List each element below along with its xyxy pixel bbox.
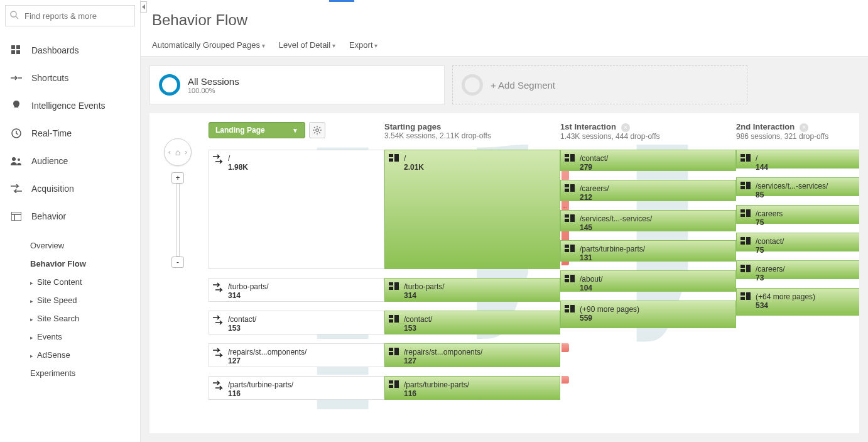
toolbar-level-of-detail[interactable]: Level of Detail <box>279 40 335 50</box>
chevron-down-icon: ▼ <box>292 127 298 134</box>
flow-node[interactable]: /about/104 <box>560 270 736 292</box>
flow-node[interactable]: /2.01K↓ <box>384 150 560 269</box>
search-input[interactable] <box>5 5 135 26</box>
toolbar-grouped-pages[interactable]: Automatically Grouped Pages <box>152 40 265 50</box>
flow-node[interactable]: /contact/279 <box>560 150 736 171</box>
flow-node[interactable]: /parts/turbine-parts/131 <box>560 240 736 262</box>
subnav-item-site-speed[interactable]: Site Speed <box>30 291 140 309</box>
zoom-out-button[interactable]: - <box>171 257 184 268</box>
flow-node[interactable]: /services/t...-services/145 <box>560 210 736 231</box>
subnav-item-overview[interactable]: Overview <box>30 236 140 255</box>
svg-rect-21 <box>389 154 393 157</box>
subnav-item-adsense[interactable]: AdSense <box>30 346 140 364</box>
svg-rect-47 <box>570 245 575 252</box>
flow-columns: Landing Page▼/1.98K/turbo-parts/314/cont… <box>149 119 859 433</box>
nav-intelligence[interactable]: Intelligence Events <box>0 92 140 119</box>
nav-audience[interactable]: Audience <box>0 147 140 175</box>
flow-controls: ⌂ + - <box>162 138 193 268</box>
flow-node[interactable]: /1.98K <box>209 150 384 269</box>
segment-all-sessions[interactable]: All Sessions 100.00% <box>149 65 445 104</box>
node-value: 1.98K <box>228 163 379 172</box>
shortcut-icon <box>9 72 24 84</box>
toolbar-export[interactable]: Export <box>349 40 377 50</box>
arrows-icon <box>9 182 24 195</box>
flow-node[interactable]: /parts/turbine-parts/116 <box>209 376 384 400</box>
main-header: Behavior Flow Automatically Grouped Page… <box>141 0 868 57</box>
subnav-item-site-content[interactable]: Site Content <box>30 273 140 291</box>
svg-rect-46 <box>565 249 569 252</box>
entry-arrow-icon <box>213 282 224 292</box>
flow-node[interactable]: /parts/turbine-parts/116 <box>384 376 560 400</box>
page-grid-icon <box>741 292 752 302</box>
svg-rect-62 <box>746 209 751 217</box>
svg-rect-68 <box>746 265 751 272</box>
flow-node[interactable]: (+90 more pages)559 <box>560 301 736 328</box>
flow-node[interactable]: /contact/153 <box>384 311 560 334</box>
subnav-item-behavior-flow[interactable]: Behavior Flow <box>30 255 140 273</box>
svg-rect-27 <box>389 315 393 318</box>
flow-node[interactable]: /repairs/st...omponents/127 <box>209 343 384 367</box>
segment-title: All Sessions <box>188 76 239 87</box>
zoom-in-button[interactable]: + <box>171 172 184 184</box>
node-path: /services/t...-services/ <box>580 214 730 223</box>
page-grid-icon <box>565 275 576 285</box>
svg-rect-36 <box>565 154 569 157</box>
node-value: 116 <box>228 389 379 398</box>
node-path: /repairs/st...omponents/ <box>228 348 379 356</box>
nav-acquisition[interactable]: Acquisition <box>0 175 140 202</box>
page-grid-icon <box>565 184 576 194</box>
flow-node[interactable]: /turbo-parts/314 <box>384 278 560 302</box>
nav-shortcuts[interactable]: Shortcuts <box>0 64 140 92</box>
svg-rect-61 <box>741 214 745 217</box>
node-value: 73 <box>756 273 859 282</box>
subnav-item-experiments[interactable]: Experiments <box>30 364 140 382</box>
svg-rect-58 <box>741 186 745 189</box>
flow-node[interactable]: /turbo-parts/314 <box>209 278 384 302</box>
flow-node[interactable]: /144 <box>736 150 859 169</box>
segment-ring-placeholder-icon <box>462 74 483 96</box>
svg-rect-24 <box>389 282 393 285</box>
svg-rect-37 <box>565 158 569 162</box>
svg-rect-23 <box>394 154 399 162</box>
behavior-subnav: OverviewBehavior FlowSite ContentSite Sp… <box>0 236 140 387</box>
flow-node[interactable]: (+64 more pages)534 <box>736 288 859 316</box>
svg-rect-65 <box>746 237 751 245</box>
node-path: / <box>756 154 859 163</box>
home-button[interactable]: ⌂ <box>164 138 192 166</box>
nav-dashboards[interactable]: Dashboards <box>0 36 140 64</box>
settings-button[interactable] <box>309 122 325 138</box>
subnav-item-events[interactable]: Events <box>30 328 140 346</box>
node-path: /parts/turbine-parts/ <box>580 245 730 253</box>
search-icon <box>10 11 19 21</box>
svg-rect-50 <box>570 275 575 282</box>
flow-node[interactable]: /repairs/st...omponents/127 <box>384 343 560 367</box>
dimension-dropdown[interactable]: Landing Page▼ <box>209 122 305 138</box>
zoom-slider[interactable] <box>176 184 180 257</box>
close-column-button[interactable]: × <box>800 123 808 132</box>
svg-rect-51 <box>565 305 569 308</box>
svg-rect-55 <box>741 158 745 162</box>
entry-arrow-icon <box>213 154 224 164</box>
column-title: Starting pages <box>384 122 441 131</box>
node-path: (+90 more pages) <box>580 305 730 314</box>
flow-node[interactable]: /careers/212 <box>560 180 736 201</box>
behavior-flow-canvas[interactable]: ⌂ + - Landing Page▼/1.98K/turbo-parts/31… <box>149 113 859 433</box>
entry-arrow-icon <box>213 315 224 325</box>
node-path: /parts/turbine-parts/ <box>404 380 555 389</box>
node-value: 314 <box>404 291 555 300</box>
flow-node[interactable]: /careers/73 <box>736 260 859 279</box>
nav-behavior[interactable]: Behavior <box>0 202 140 230</box>
flow-node[interactable]: /services/t...-services/85 <box>736 177 859 196</box>
sidebar-collapse-handle[interactable] <box>140 1 147 13</box>
node-path: /turbo-parts/ <box>404 282 555 291</box>
subnav-item-site-search[interactable]: Site Search <box>30 309 140 328</box>
add-segment-button[interactable]: + Add Segment <box>452 65 747 104</box>
flow-node[interactable]: /contact/153 <box>209 311 384 334</box>
flow-node[interactable]: /careers75 <box>736 205 859 224</box>
node-value: 144 <box>756 163 859 172</box>
svg-rect-48 <box>565 275 569 278</box>
page-grid-icon <box>741 265 752 275</box>
nav-realtime[interactable]: Real-Time <box>0 119 140 147</box>
flow-node[interactable]: /contact/75 <box>736 233 859 251</box>
close-column-button[interactable]: × <box>621 123 630 132</box>
